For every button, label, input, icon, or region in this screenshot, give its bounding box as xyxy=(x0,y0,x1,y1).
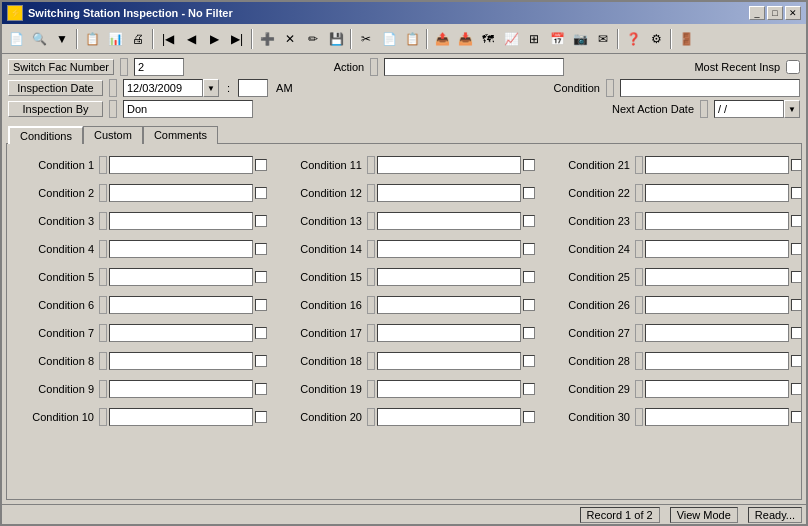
export-button[interactable]: 📤 xyxy=(431,28,453,50)
condition-input[interactable] xyxy=(109,156,253,174)
condition-checkbox[interactable] xyxy=(791,215,802,227)
condition-checkbox[interactable] xyxy=(523,383,535,395)
condition-checkbox[interactable] xyxy=(523,271,535,283)
calendar-button[interactable]: 📅 xyxy=(546,28,568,50)
condition-input[interactable] xyxy=(645,212,789,230)
inspection-by-input[interactable] xyxy=(123,100,253,118)
tab-comments[interactable]: Comments xyxy=(143,126,218,144)
cut-button[interactable]: ✂ xyxy=(355,28,377,50)
condition-input[interactable] xyxy=(109,296,253,314)
condition-input[interactable] xyxy=(109,212,253,230)
nav-first-button[interactable]: |◀ xyxy=(157,28,179,50)
save-button[interactable]: 💾 xyxy=(325,28,347,50)
condition-input[interactable] xyxy=(620,79,800,97)
condition-input[interactable] xyxy=(109,268,253,286)
chart-button[interactable]: 📈 xyxy=(500,28,522,50)
nav-next-button[interactable]: ▶ xyxy=(203,28,225,50)
most-recent-insp-checkbox[interactable] xyxy=(786,60,800,74)
inspection-time-input[interactable] xyxy=(238,79,268,97)
condition-input[interactable] xyxy=(645,380,789,398)
condition-input[interactable] xyxy=(645,156,789,174)
condition-checkbox[interactable] xyxy=(791,355,802,367)
paste-button[interactable]: 📋 xyxy=(401,28,423,50)
nav-last-button[interactable]: ▶| xyxy=(226,28,248,50)
map-button[interactable]: 🗺 xyxy=(477,28,499,50)
tab-custom[interactable]: Custom xyxy=(83,126,143,144)
condition-input[interactable] xyxy=(377,296,521,314)
condition-input[interactable] xyxy=(645,240,789,258)
condition-input[interactable] xyxy=(377,184,521,202)
condition-input[interactable] xyxy=(645,408,789,426)
delete-button[interactable]: ✕ xyxy=(279,28,301,50)
condition-checkbox[interactable] xyxy=(255,299,267,311)
condition-checkbox[interactable] xyxy=(255,187,267,199)
copy-button[interactable]: 📄 xyxy=(378,28,400,50)
condition-input[interactable] xyxy=(645,324,789,342)
edit-button[interactable]: ✏ xyxy=(302,28,324,50)
condition-checkbox[interactable] xyxy=(791,327,802,339)
condition-input[interactable] xyxy=(109,352,253,370)
condition-input[interactable] xyxy=(377,324,521,342)
condition-checkbox[interactable] xyxy=(791,187,802,199)
condition-input[interactable] xyxy=(377,408,521,426)
condition-checkbox[interactable] xyxy=(791,243,802,255)
next-action-date-dropdown[interactable]: ▼ xyxy=(784,100,800,118)
condition-checkbox[interactable] xyxy=(523,243,535,255)
condition-checkbox[interactable] xyxy=(791,411,802,423)
email-button[interactable]: ✉ xyxy=(592,28,614,50)
condition-checkbox[interactable] xyxy=(255,271,267,283)
condition-checkbox[interactable] xyxy=(255,327,267,339)
next-action-date-input[interactable] xyxy=(714,100,784,118)
condition-checkbox[interactable] xyxy=(255,159,267,171)
condition-checkbox[interactable] xyxy=(523,299,535,311)
nav-prev-button[interactable]: ◀ xyxy=(180,28,202,50)
print-button[interactable]: 🖨 xyxy=(127,28,149,50)
new-button[interactable]: 📄 xyxy=(5,28,27,50)
condition-checkbox[interactable] xyxy=(255,411,267,423)
report-button[interactable]: 📊 xyxy=(104,28,126,50)
condition-input[interactable] xyxy=(109,324,253,342)
condition-checkbox[interactable] xyxy=(523,187,535,199)
condition-input[interactable] xyxy=(109,184,253,202)
condition-checkbox[interactable] xyxy=(523,355,535,367)
condition-input[interactable] xyxy=(377,352,521,370)
close-toolbar-button[interactable]: 🚪 xyxy=(675,28,697,50)
condition-input[interactable] xyxy=(377,380,521,398)
switch-fac-number-input[interactable] xyxy=(134,58,184,76)
condition-checkbox[interactable] xyxy=(791,383,802,395)
condition-checkbox[interactable] xyxy=(523,159,535,171)
settings-button[interactable]: ⚙ xyxy=(645,28,667,50)
action-input[interactable] xyxy=(384,58,564,76)
condition-input[interactable] xyxy=(645,296,789,314)
photo-button[interactable]: 📷 xyxy=(569,28,591,50)
condition-input[interactable] xyxy=(645,352,789,370)
condition-input[interactable] xyxy=(377,212,521,230)
maximize-button[interactable]: □ xyxy=(767,6,783,20)
condition-input[interactable] xyxy=(377,240,521,258)
condition-checkbox[interactable] xyxy=(523,215,535,227)
minimize-button[interactable]: _ xyxy=(749,6,765,20)
view-button[interactable]: 📋 xyxy=(81,28,103,50)
condition-input[interactable] xyxy=(109,408,253,426)
condition-input[interactable] xyxy=(645,184,789,202)
condition-input[interactable] xyxy=(377,268,521,286)
condition-input[interactable] xyxy=(109,380,253,398)
condition-checkbox[interactable] xyxy=(255,383,267,395)
condition-checkbox[interactable] xyxy=(523,411,535,423)
filter-button[interactable]: ▼ xyxy=(51,28,73,50)
close-button[interactable]: ✕ xyxy=(785,6,801,20)
grid-button[interactable]: ⊞ xyxy=(523,28,545,50)
help-button[interactable]: ❓ xyxy=(622,28,644,50)
condition-checkbox[interactable] xyxy=(255,243,267,255)
condition-input[interactable] xyxy=(109,240,253,258)
condition-checkbox[interactable] xyxy=(523,327,535,339)
condition-checkbox[interactable] xyxy=(791,299,802,311)
condition-input[interactable] xyxy=(645,268,789,286)
condition-checkbox[interactable] xyxy=(791,271,802,283)
condition-input[interactable] xyxy=(377,156,521,174)
inspection-date-input[interactable] xyxy=(123,79,203,97)
import-button[interactable]: 📥 xyxy=(454,28,476,50)
search-button[interactable]: 🔍 xyxy=(28,28,50,50)
condition-checkbox[interactable] xyxy=(791,159,802,171)
add-button[interactable]: ➕ xyxy=(256,28,278,50)
